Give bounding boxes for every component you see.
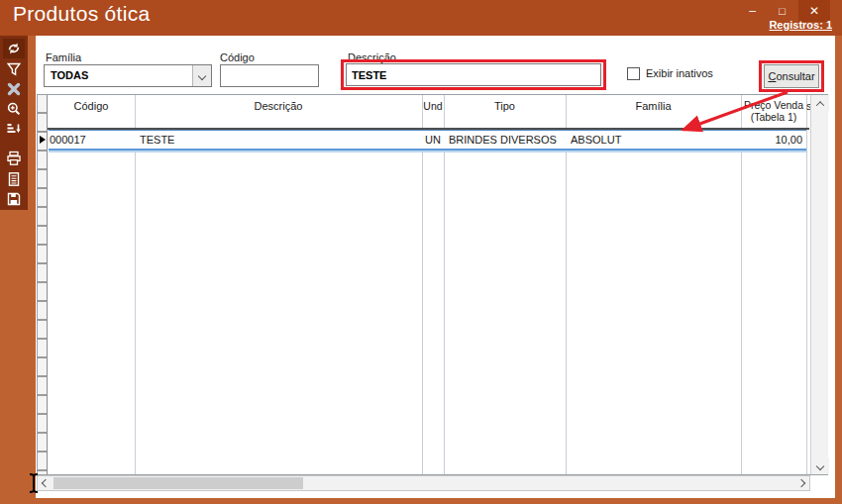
chevron-left-icon — [42, 479, 50, 487]
chevron-up-icon — [816, 101, 824, 109]
print-button[interactable] — [3, 149, 25, 168]
consultar-button[interactable]: Consultar — [764, 64, 819, 88]
cell-descricao: TESTE — [140, 134, 421, 146]
familia-dropdown-value: TODAS — [51, 69, 88, 81]
zoom-button[interactable] — [3, 99, 25, 119]
save-icon — [6, 191, 22, 207]
column-header-und[interactable]: Und — [422, 95, 444, 128]
filter-icon — [6, 61, 22, 77]
scroll-left-button[interactable] — [38, 476, 53, 490]
column-header-tipo[interactable]: Tipo — [444, 95, 566, 128]
toolbar-strip — [0, 36, 28, 210]
chevron-down-icon[interactable] — [192, 65, 211, 86]
chevron-right-icon — [797, 479, 805, 487]
registros-link[interactable]: Registros: 1 — [769, 19, 832, 31]
title-bar: Produtos ótica – □ ✕ Registros: 1 — [0, 0, 842, 36]
cancel-button[interactable] — [3, 79, 25, 99]
cell-preco-venda: 10,00 — [742, 134, 802, 146]
codigo-label: Código — [220, 51, 255, 63]
column-header-codigo[interactable]: Código — [48, 95, 135, 128]
column-separator — [741, 95, 742, 474]
cell-tipo: BRINDES DIVERSOS — [449, 134, 568, 146]
report-icon — [6, 171, 22, 187]
app-window: Produtos ótica – □ ✕ Registros: 1 — [0, 0, 842, 504]
save-button[interactable] — [3, 189, 25, 209]
column-separator — [135, 95, 136, 474]
row-selector-arrow — [40, 136, 46, 144]
table-row[interactable]: 000017 TESTE UN BRINDES DIVERSOS ABSOLUT… — [49, 130, 806, 151]
print-icon — [6, 151, 22, 166]
familia-label: Família — [46, 51, 81, 63]
cell-und: UN — [425, 134, 446, 146]
record-selector-column — [38, 95, 48, 474]
scroll-down-button[interactable] — [811, 457, 829, 474]
zoom-icon — [6, 101, 22, 117]
column-separator — [422, 95, 423, 474]
column-header-descricao[interactable]: Descrição — [135, 95, 422, 128]
horizontal-scrollbar[interactable] — [37, 475, 810, 491]
exibir-inativos-checkbox[interactable] — [627, 67, 640, 80]
sort-icon — [6, 121, 22, 137]
exibir-inativos-label: Exibir inativos — [646, 67, 713, 79]
column-header-preco-venda[interactable]: Preço Venda (Tabela 1) — [741, 95, 806, 128]
report-button[interactable] — [3, 169, 25, 189]
scroll-up-button[interactable] — [811, 95, 829, 112]
sort-button[interactable] — [3, 119, 25, 139]
column-separator — [806, 95, 807, 474]
codigo-input[interactable] — [220, 64, 319, 87]
column-separator — [444, 95, 445, 474]
products-grid: Código Descrição Und Tipo Família Preço … — [37, 94, 828, 475]
descricao-input[interactable] — [346, 63, 601, 86]
column-separator — [566, 95, 567, 474]
cell-codigo: 000017 — [50, 134, 135, 146]
refresh-icon — [6, 41, 22, 56]
cancel-icon — [6, 81, 22, 97]
filter-button[interactable] — [3, 59, 25, 79]
scroll-right-button[interactable] — [793, 476, 809, 490]
horizontal-scrollbar-thumb[interactable] — [53, 477, 303, 489]
column-header-familia[interactable]: Família — [566, 95, 741, 128]
vertical-scrollbar[interactable] — [810, 95, 828, 474]
minimize-button[interactable]: – — [739, 0, 766, 22]
chevron-down-icon — [816, 461, 824, 469]
consultar-button-label: Consultar — [768, 70, 814, 82]
cell-familia: ABSOLUT — [571, 134, 741, 146]
window-title: Produtos ótica — [13, 2, 150, 26]
refresh-button[interactable] — [3, 39, 25, 58]
familia-dropdown[interactable]: TODAS — [44, 64, 212, 87]
